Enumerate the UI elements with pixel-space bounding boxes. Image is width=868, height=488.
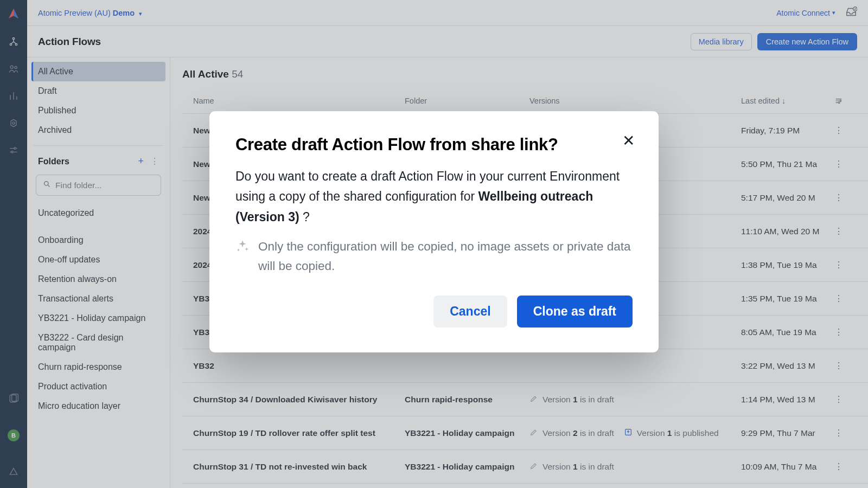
clone-button[interactable]: Clone as draft xyxy=(517,296,633,328)
modal-title: Create draft Action Flow from share link… xyxy=(235,135,633,155)
modal-note-text: Only the configuration will be copied, n… xyxy=(258,237,633,276)
close-icon[interactable]: ✕ xyxy=(622,132,635,150)
modal-overlay[interactable]: ✕ Create draft Action Flow from share li… xyxy=(0,0,868,488)
clone-modal: ✕ Create draft Action Flow from share li… xyxy=(209,111,659,352)
modal-note: Only the configuration will be copied, n… xyxy=(235,237,633,276)
modal-lead: Do you want to create a draft Action Flo… xyxy=(235,166,633,227)
cancel-button[interactable]: Cancel xyxy=(433,296,507,328)
sparkle-icon xyxy=(235,239,250,276)
